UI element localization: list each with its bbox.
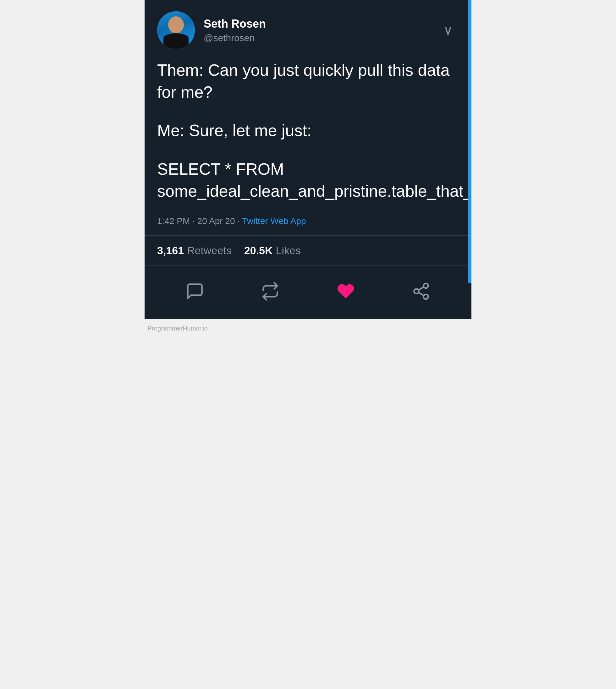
avatar	[157, 11, 195, 49]
svg-line-4	[418, 287, 424, 290]
avatar-head	[168, 16, 184, 33]
tweet-meta: 1:42 PM · 20 Apr 20 · Twitter Web App	[157, 215, 459, 228]
reply-button[interactable]	[181, 277, 209, 305]
retweets-count: 3,161	[157, 244, 184, 257]
watermark: ProgrammerHumor.io	[145, 319, 471, 335]
likes-label: Likes	[276, 244, 301, 257]
retweets-stat: 3,161 Retweets	[157, 244, 232, 257]
tweet-header: Seth Rosen @sethrosen ∨	[157, 11, 459, 49]
avatar-shirt	[163, 33, 189, 49]
tweet-source[interactable]: Twitter Web App	[242, 216, 306, 226]
retweets-label: Retweets	[187, 244, 232, 257]
tweet-actions	[157, 266, 459, 312]
avatar-image	[157, 11, 195, 49]
tweet-body: Them: Can you just quickly pull this dat…	[157, 59, 459, 202]
reply-icon	[185, 282, 204, 301]
tweet-main: Seth Rosen @sethrosen ∨ Them: Can you ju…	[145, 0, 471, 319]
chevron-down-icon[interactable]: ∨	[443, 23, 453, 37]
user-info: Seth Rosen @sethrosen	[204, 17, 266, 43]
svg-line-3	[418, 292, 424, 296]
tweet-line-2: Me: Sure, let me just:	[157, 119, 459, 141]
tweet-line-1: Them: Can you just quickly pull this dat…	[157, 59, 459, 103]
like-button[interactable]	[332, 277, 360, 305]
tweet-header-left: Seth Rosen @sethrosen	[157, 11, 266, 49]
page-wrapper: Seth Rosen @sethrosen ∨ Them: Can you ju…	[0, 0, 616, 689]
user-handle: @sethrosen	[204, 33, 266, 43]
tweet-stats: 3,161 Retweets 20.5K Likes	[157, 236, 459, 266]
retweet-button[interactable]	[256, 277, 284, 305]
share-button[interactable]	[407, 277, 435, 305]
tweet-card: Seth Rosen @sethrosen ∨ Them: Can you ju…	[145, 0, 471, 319]
retweet-icon	[261, 282, 280, 301]
tweet-timestamp: 1:42 PM · 20 Apr 20 ·	[157, 216, 242, 226]
heart-icon	[336, 282, 355, 301]
tweet-line-3: SELECT * FROM some_ideal_clean_and_prist…	[157, 158, 459, 202]
likes-count: 20.5K	[244, 244, 273, 257]
likes-stat: 20.5K Likes	[244, 244, 301, 257]
user-name: Seth Rosen	[204, 17, 266, 30]
share-icon	[412, 282, 431, 301]
